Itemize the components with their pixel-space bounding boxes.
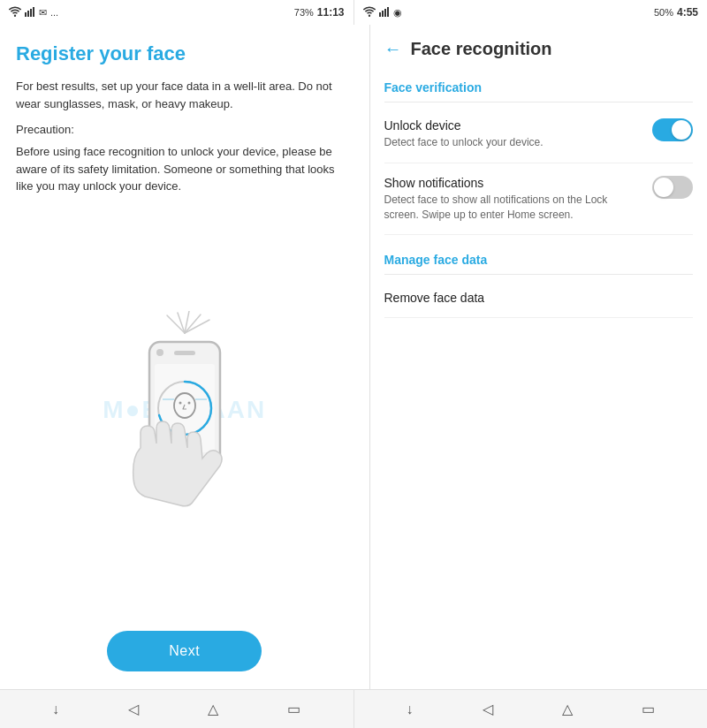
more-icon: ... (50, 7, 58, 18)
precaution-text: Before using face recognition to unlock … (16, 143, 354, 195)
unlock-device-desc: Detect face to unlock your device. (384, 135, 642, 150)
svg-rect-6 (384, 9, 386, 17)
recents-icon-right[interactable]: ▭ (642, 701, 655, 717)
show-notifications-row: Show notifications Detect face to show a… (384, 163, 694, 236)
svg-point-20 (179, 401, 181, 404)
left-status-icons: ✉ ... (9, 6, 58, 19)
svg-rect-5 (382, 11, 384, 17)
next-button-container: Next (16, 617, 354, 689)
svg-rect-4 (379, 12, 381, 17)
wifi-icon (9, 6, 21, 19)
svg-line-12 (185, 320, 209, 333)
svg-point-21 (187, 401, 190, 404)
left-panel: Register your face For best results, set… (0, 25, 370, 689)
right-time: 4:55 (677, 6, 698, 19)
navigation-bars: ↓ ◁ △ ▭ ↓ ◁ △ ▭ (0, 689, 707, 728)
precaution-label: Precaution: (16, 123, 354, 136)
unlock-device-toggle[interactable] (652, 118, 693, 141)
setup-description: For best results, set up your face data … (16, 78, 354, 112)
manage-face-data-header: Manage face data (384, 242, 694, 275)
nav-bar-left: ↓ ◁ △ ▭ (0, 690, 354, 728)
right-status-icons: ◉ (363, 6, 402, 19)
location-icon: ◉ (393, 7, 402, 19)
left-battery: 73% (294, 7, 314, 18)
right-panel: ← Face recognition Face verification Unl… (370, 25, 708, 689)
back-button[interactable]: ← (384, 39, 402, 59)
svg-rect-3 (33, 7, 34, 17)
page-title: Register your face (16, 42, 354, 65)
unlock-device-title: Unlock device (384, 118, 642, 133)
download-icon-left[interactable]: ↓ (52, 701, 59, 717)
svg-rect-1 (27, 11, 29, 17)
unlock-device-info: Unlock device Detect face to unlock your… (384, 118, 653, 150)
show-notifications-toggle[interactable] (652, 176, 693, 199)
svg-rect-0 (25, 12, 27, 17)
main-content: Register your face For best results, set… (0, 25, 707, 689)
face-verification-header: Face verification (384, 70, 694, 102)
svg-point-15 (156, 349, 163, 356)
signal-icon (25, 6, 35, 19)
status-bar-left: ✉ ... 73% 11:13 (0, 0, 354, 25)
manage-face-data-section: Manage face data Remove face data (384, 242, 694, 318)
home-icon-left[interactable]: △ (208, 701, 218, 717)
email-icon: ✉ (39, 7, 47, 19)
show-notifications-info: Show notifications Detect face to show a… (384, 176, 653, 223)
right-panel-content: Face verification Unlock device Detect f… (370, 70, 708, 689)
show-notifications-desc: Detect face to show all notifications on… (384, 193, 642, 223)
back-nav-icon-right[interactable]: ◁ (483, 701, 493, 717)
right-battery-time: 50% 4:55 (654, 6, 698, 19)
remove-face-data-label: Remove face data (384, 291, 694, 305)
status-bars: ✉ ... 73% 11:13 ◉ 50% 4:55 (0, 0, 707, 25)
recents-icon-left[interactable]: ▭ (287, 701, 300, 717)
download-icon-right[interactable]: ↓ (407, 701, 414, 717)
status-bar-right: ◉ 50% 4:55 (354, 0, 708, 25)
svg-rect-7 (387, 7, 389, 17)
back-nav-icon-left[interactable]: ◁ (128, 701, 139, 717)
unlock-device-row: Unlock device Detect face to unlock your… (384, 106, 694, 163)
right-panel-title: Face recognition (411, 39, 552, 59)
show-notifications-title: Show notifications (384, 176, 642, 190)
right-wifi-icon (363, 6, 376, 19)
nav-bar-right: ↓ ◁ △ ▭ (354, 690, 708, 728)
left-battery-time: 73% 11:13 (294, 6, 345, 19)
right-signal-icon (379, 6, 390, 19)
svg-rect-2 (30, 9, 32, 17)
phone-hand-illustration: 70% (114, 333, 255, 510)
svg-rect-14 (174, 351, 195, 355)
face-illustration: M●BIGYAAN (16, 204, 354, 618)
remove-face-data-row[interactable]: Remove face data (384, 278, 694, 318)
right-panel-header: ← Face recognition (370, 25, 708, 70)
home-icon-right[interactable]: △ (562, 701, 573, 717)
next-button[interactable]: Next (107, 631, 262, 671)
right-battery: 50% (654, 7, 673, 18)
left-time: 11:13 (317, 6, 345, 19)
